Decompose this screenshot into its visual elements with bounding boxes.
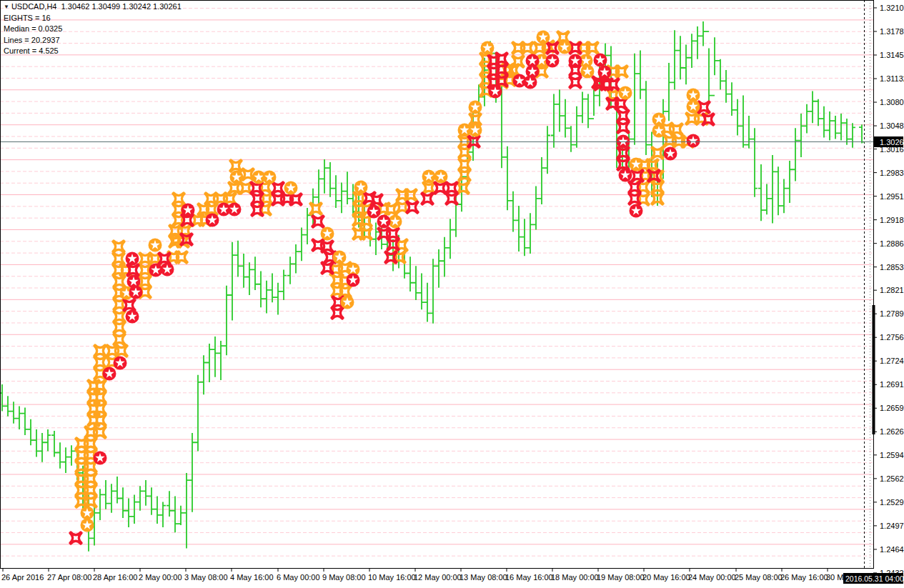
price-label: 1.26592 — [880, 404, 904, 412]
indicator-line-eighths: EIGHTS = 16 — [4, 13, 182, 24]
axis-marker-bar — [873, 305, 875, 434]
price-label: 1.32107 — [880, 4, 904, 12]
time-label: 10 May 16:00 — [368, 573, 416, 582]
current-time-label: 2016.05.31 04:00 — [845, 574, 904, 583]
time-label: 9 May 08:00 — [322, 573, 366, 582]
price-label: 1.28537 — [880, 263, 904, 271]
price-label: 1.31782 — [880, 27, 904, 36]
time-label: 27 Apr 08:00 — [47, 573, 91, 582]
time-label: 19 May 08:00 — [597, 573, 645, 582]
time-label: 4 May 16:00 — [230, 573, 274, 582]
price-label: 1.25947 — [880, 451, 904, 459]
time-label: 26 May 16:00 — [780, 573, 828, 582]
price-label: 1.25622 — [880, 474, 904, 483]
time-label: 12 May 00:00 — [414, 573, 462, 582]
chart-header: ▼USDCAD,H4 1.30462 1.30499 1.30242 1.302… — [4, 1, 182, 57]
price-label: 1.30482 — [880, 121, 904, 130]
indicator-line-median: Median = 0.0325 — [4, 24, 182, 35]
time-label: 16 May 16:00 — [505, 573, 553, 582]
time-label: 26 Apr 2016 — [1, 573, 44, 582]
chevron-down-icon[interactable]: ▼ — [4, 1, 9, 13]
time-label: 20 May 16:00 — [642, 573, 690, 582]
price-label: 1.29187 — [880, 216, 904, 224]
price-label: 1.28862 — [880, 239, 904, 248]
time-label: 28 Apr 16:00 — [93, 573, 137, 582]
symbol-ohlc-line: ▼USDCAD,H4 1.30462 1.30499 1.30242 1.302… — [4, 1, 182, 13]
price-label: 1.29837 — [880, 169, 904, 177]
indicator-line-lines: Lines = 20.2937 — [4, 35, 182, 46]
chart-window: 1.321071.317821.314571.311321.308071.304… — [0, 0, 904, 588]
time-label: 6 May 00:00 — [277, 573, 320, 582]
indicator-line-current: Current = 4.525 — [4, 46, 182, 57]
time-label: 18 May 00:00 — [551, 573, 599, 582]
price-label: 1.27242 — [880, 357, 904, 365]
symbol-ohlc-text: USDCAD,H4 1.30462 1.30499 1.30242 1.3026… — [11, 2, 182, 11]
time-label: 3 May 08:00 — [184, 573, 228, 582]
price-label: 1.24972 — [880, 522, 904, 530]
price-label: 1.31457 — [880, 51, 904, 59]
time-label: 2 May 00:00 — [139, 573, 182, 582]
price-label: 1.26267 — [880, 427, 904, 436]
price-label: 1.27892 — [880, 309, 904, 318]
price-label: 1.27567 — [880, 333, 904, 342]
price-label: 1.28217 — [880, 286, 904, 294]
price-label: 1.30807 — [880, 98, 904, 106]
price-label: 1.25297 — [880, 498, 904, 507]
price-label: 1.29512 — [880, 192, 904, 201]
price-label: 1.24647 — [880, 545, 904, 554]
price-label: 1.26917 — [880, 380, 904, 389]
time-label: 13 May 08:00 — [460, 573, 507, 582]
price-label: 1.31132 — [880, 74, 904, 83]
time-label: 25 May 08:00 — [735, 573, 783, 582]
time-label: 24 May 00:00 — [688, 573, 736, 582]
chart-canvas[interactable]: 1.321071.317821.314571.311321.308071.304… — [0, 0, 904, 588]
current-price-label: 1.30261 — [880, 138, 904, 146]
